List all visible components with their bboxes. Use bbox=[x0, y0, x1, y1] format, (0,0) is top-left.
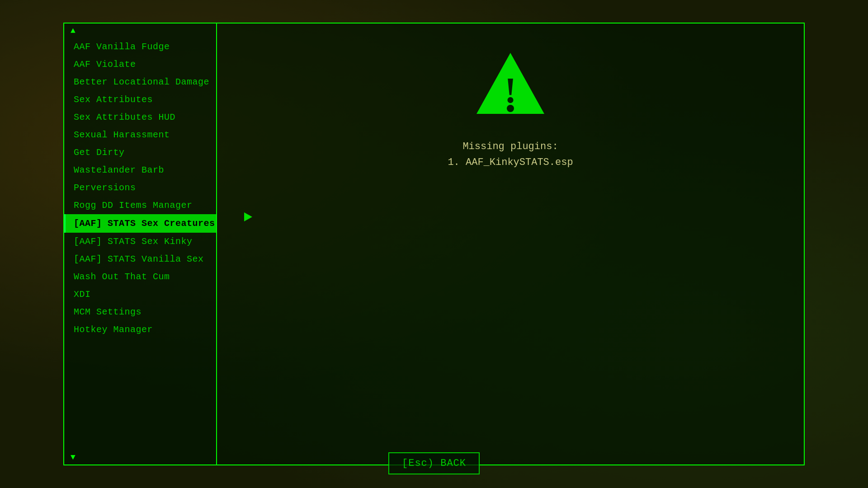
sidebar-item-sex-attributes[interactable]: Sex Attributes bbox=[64, 91, 216, 108]
sidebar-item-better-locational-damage[interactable]: Better Locational Damage bbox=[64, 73, 216, 91]
missing-plugins-text: Missing plugins: 1. AAF_KinkySTATS.esp bbox=[448, 139, 573, 170]
menu-list: AAF Vanilla Fudge AAF Violate Better Loc… bbox=[64, 38, 216, 450]
svg-text:!: ! bbox=[505, 70, 517, 110]
sidebar-item-perversions[interactable]: Perversions bbox=[64, 179, 216, 197]
svg-point-2 bbox=[507, 105, 514, 112]
mouse-cursor-icon bbox=[244, 212, 252, 221]
warning-triangle-icon: ! bbox=[474, 51, 547, 116]
back-button-container: [Esc) BACK bbox=[388, 452, 480, 474]
sidebar-item-rogg-dd-items-manager[interactable]: Rogg DD Items Manager bbox=[64, 197, 216, 214]
left-panel: ▲ AAF Vanilla Fudge AAF Violate Better L… bbox=[63, 23, 217, 465]
sidebar-item-sex-attributes-hud[interactable]: Sex Attributes HUD bbox=[64, 108, 216, 126]
sidebar-item-get-dirty[interactable]: Get Dirty bbox=[64, 144, 216, 161]
sidebar-item-mcm-settings[interactable]: MCM Settings bbox=[64, 303, 216, 321]
sidebar-item-xdi[interactable]: XDI bbox=[64, 286, 216, 303]
main-container: ▲ AAF Vanilla Fudge AAF Violate Better L… bbox=[63, 23, 805, 465]
sidebar-item-hotkey-manager[interactable]: Hotkey Manager bbox=[64, 321, 216, 338]
sidebar-item-aaf-stats-sex-kinky[interactable]: [AAF] STATS Sex Kinky bbox=[64, 233, 216, 250]
sidebar-item-aaf-violate[interactable]: AAF Violate bbox=[64, 56, 216, 73]
sidebar-item-aaf-stats-vanilla-sex[interactable]: [AAF] STATS Vanilla Sex bbox=[64, 250, 216, 268]
active-arrow-icon: ❯ bbox=[215, 218, 216, 229]
sidebar-item-sexual-harassment[interactable]: Sexual Harassment bbox=[64, 126, 216, 144]
sidebar-item-wastelander-barb[interactable]: Wastelander Barb bbox=[64, 161, 216, 179]
sidebar-item-wash-out-that-cum[interactable]: Wash Out That Cum bbox=[64, 268, 216, 286]
back-button[interactable]: [Esc) BACK bbox=[388, 452, 480, 474]
right-panel: ! Missing plugins: 1. AAF_KinkySTATS.esp bbox=[217, 23, 805, 465]
sidebar-item-aaf-stats-sex-creatures[interactable]: [AAF] STATS Sex Creatures ❯ bbox=[64, 214, 216, 233]
sidebar-item-aaf-vanilla-fudge[interactable]: AAF Vanilla Fudge bbox=[64, 38, 216, 56]
scroll-down-arrow[interactable]: ▼ bbox=[64, 450, 216, 465]
scroll-up-arrow[interactable]: ▲ bbox=[64, 23, 216, 38]
